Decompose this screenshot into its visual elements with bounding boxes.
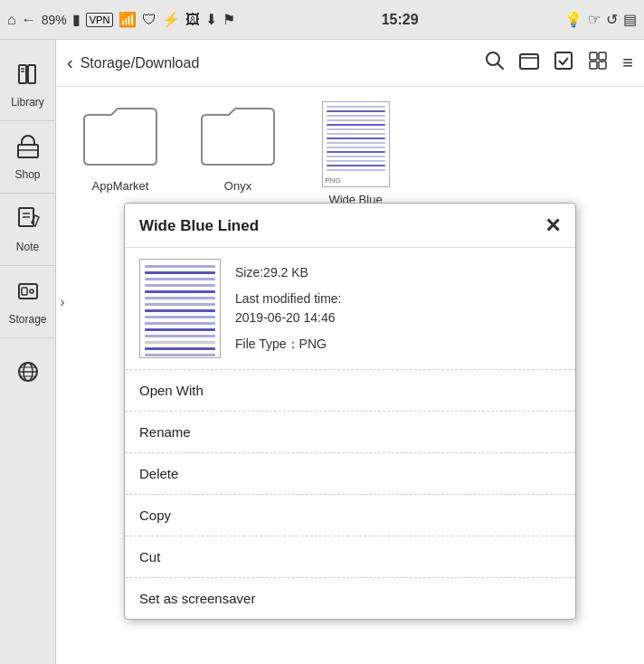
bulb-icon: 💡: [564, 11, 582, 28]
library-icon: [15, 62, 41, 92]
sidebar: Library Shop Note: [0, 40, 56, 664]
layers-icon: ▤: [623, 11, 637, 28]
file-type: File Type：PNG: [235, 335, 342, 354]
close-button[interactable]: ✕: [545, 214, 561, 238]
status-bar: ⌂ ← 89% ▮ VPN 📶 🛡 ⚡ 🖼 ⬇ ⚑ 15:29 💡 ☞ ↺ ▤: [0, 0, 644, 40]
svg-rect-1: [28, 65, 35, 83]
delete-button[interactable]: Delete: [125, 453, 575, 495]
dialog-overlay: Wide Blue Lined ✕: [56, 40, 644, 664]
library-label: Library: [11, 96, 44, 109]
shop-label: Shop: [14, 168, 40, 181]
dialog-thumbnail: [139, 259, 221, 358]
copy-button[interactable]: Copy: [125, 495, 575, 536]
back-icon[interactable]: ←: [22, 12, 36, 28]
home-icon[interactable]: ⌂: [7, 12, 16, 28]
rename-button[interactable]: Rename: [125, 412, 575, 453]
storage-label: Storage: [8, 313, 46, 326]
context-dialog: Wide Blue Lined ✕: [124, 203, 576, 620]
dialog-info: Size:29.2 KB Last modified time:2019-06-…: [125, 248, 575, 370]
file-size: Size:29.2 KB: [235, 263, 342, 282]
usb-icon: ⚡: [162, 11, 180, 28]
svg-point-11: [30, 289, 33, 293]
apps-icon: [15, 359, 41, 390]
flag-icon: ⚑: [223, 11, 235, 28]
note-label: Note: [16, 241, 39, 253]
open-with-button[interactable]: Open With: [125, 370, 575, 412]
dialog-header: Wide Blue Lined ✕: [125, 204, 575, 248]
battery-level: 89%: [42, 13, 67, 27]
last-modified: Last modified time:2019-06-20 14:46: [235, 289, 342, 327]
shop-icon: [15, 134, 41, 165]
sidebar-item-note[interactable]: Note: [0, 194, 56, 266]
dialog-title: Wide Blue Lined: [139, 217, 259, 235]
cut-button[interactable]: Cut: [125, 536, 575, 578]
storage-icon: [15, 279, 41, 309]
time-display: 15:29: [382, 12, 419, 28]
note-icon: [15, 206, 41, 237]
refresh-icon[interactable]: ↺: [606, 11, 618, 28]
sidebar-item-shop[interactable]: Shop: [0, 121, 56, 194]
dialog-meta: Size:29.2 KB Last modified time:2019-06-…: [235, 259, 342, 358]
battery-icon: ▮: [72, 11, 80, 28]
set-screensaver-button[interactable]: Set as screensaver: [125, 578, 575, 619]
sidebar-item-library[interactable]: Library: [0, 49, 56, 121]
download-icon: ⬇: [205, 11, 217, 28]
sidebar-item-apps[interactable]: [0, 338, 56, 411]
vpn-label: VPN: [86, 13, 114, 27]
svg-rect-10: [22, 288, 27, 295]
shield-icon: 🛡: [142, 12, 156, 28]
svg-rect-0: [19, 65, 26, 83]
wifi-icon: 📶: [118, 11, 137, 28]
svg-rect-4: [18, 145, 38, 157]
sidebar-item-storage[interactable]: Storage ›: [0, 266, 56, 338]
hand-icon: ☞: [588, 11, 601, 28]
image-icon: 🖼: [185, 12, 200, 28]
